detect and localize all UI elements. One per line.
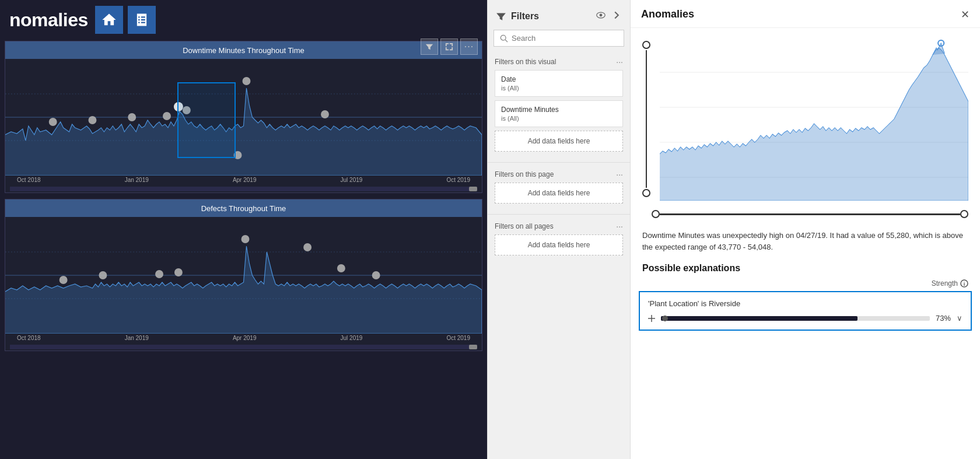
- downtime-chart-svg: [5, 59, 482, 176]
- add-data-page-btn[interactable]: Add data fields here: [495, 183, 623, 204]
- filters-visual-title: Filters on this visual: [495, 58, 556, 66]
- filters-page-more[interactable]: ···: [616, 170, 623, 179]
- more-toolbar-btn[interactable]: ···: [460, 38, 478, 55]
- explanation-percent: 73%: [936, 314, 951, 323]
- chart2-x-label-1: Jan 2019: [125, 335, 149, 341]
- filters-chevron-btn[interactable]: [611, 10, 622, 22]
- svg-point-19: [242, 235, 250, 243]
- chart2-scrollbar[interactable]: [10, 345, 477, 349]
- svg-point-16: [99, 271, 107, 279]
- v-slider-top[interactable]: [642, 41, 650, 49]
- filters-page-title: Filters on this page: [495, 170, 554, 178]
- v-slider-track: [646, 50, 647, 188]
- range-area: [631, 28, 980, 206]
- search-box[interactable]: [494, 30, 624, 47]
- svg-point-5: [128, 113, 136, 121]
- svg-point-20: [303, 243, 312, 251]
- explanation-bar-track[interactable]: [661, 316, 930, 321]
- svg-point-21: [337, 264, 345, 272]
- chart1-x-label-2: Apr 2019: [233, 177, 257, 183]
- filters-all-more[interactable]: ···: [616, 222, 623, 231]
- filters-visual-more[interactable]: ···: [616, 57, 623, 66]
- svg-point-8: [183, 106, 191, 114]
- search-input[interactable]: [512, 34, 618, 43]
- filters-header-icons: [595, 9, 622, 23]
- filters-panel: Filters Filters on this visu: [487, 0, 630, 459]
- chart1-scroll-thumb[interactable]: [469, 187, 477, 191]
- defects-chart-svg: [5, 217, 482, 334]
- bar-marker: [662, 316, 668, 321]
- filter-card-date[interactable]: Date is (All): [495, 70, 623, 97]
- svg-point-15: [60, 276, 68, 284]
- chart2-x-label-4: Oct 2019: [446, 335, 470, 341]
- dashboard-header: nomalies: [0, 0, 487, 40]
- search-icon: [500, 34, 508, 43]
- home-icon: [101, 12, 117, 28]
- eye-icon: [596, 10, 606, 20]
- defects-chart-title-bar: Defects Throughout Time: [5, 199, 482, 217]
- chart-toolbar: ···: [421, 38, 478, 55]
- downtime-chart-container: ··· Downtime Minutes Throughout Time: [5, 41, 482, 193]
- filters-title: Filters: [511, 11, 539, 22]
- svg-point-24: [600, 14, 603, 17]
- svg-point-9: [243, 77, 251, 85]
- anomaly-detail-chart: [660, 37, 968, 201]
- v-slider-bottom[interactable]: [642, 189, 650, 197]
- svg-point-4: [88, 116, 96, 124]
- filters-all-section: Filters on all pages ··· Add data fields…: [488, 217, 630, 264]
- possible-explanations-title: Possible explanations: [631, 261, 980, 279]
- filter-date-title: Date: [501, 75, 617, 83]
- explanation-card: 'Plant Location' is Riverside 73% ∨: [639, 291, 972, 331]
- filters-header: Filters: [488, 0, 630, 30]
- chart2-scroll-thumb[interactable]: [469, 345, 477, 349]
- chart1-x-label-0: Oct 2018: [17, 177, 41, 183]
- h-slider-right[interactable]: [960, 210, 968, 218]
- add-data-all-btn[interactable]: Add data fields here: [495, 234, 623, 255]
- filters-page-section: Filters on this page ··· Add data fields…: [488, 165, 630, 212]
- svg-point-25: [501, 35, 506, 40]
- filter-date-value: is (All): [501, 85, 617, 92]
- filter-card-downtime[interactable]: Downtime Minutes is (All): [495, 100, 623, 127]
- downtime-chart-area[interactable]: [5, 59, 482, 176]
- filters-visual-header: Filters on this visual ···: [495, 57, 623, 66]
- anomalies-panel: Anomalies ✕: [630, 0, 980, 459]
- chevron-right-icon: [612, 11, 621, 19]
- explanation-header-row: Strength i: [631, 279, 980, 291]
- anomalies-title: Anomalies: [641, 8, 694, 20]
- nav-icons: [95, 6, 156, 34]
- factory-icon: [134, 12, 150, 28]
- chart1-scrollbar[interactable]: [10, 187, 477, 191]
- home-nav-button[interactable]: [95, 6, 123, 34]
- filters-all-title: Filters on all pages: [495, 222, 554, 230]
- filter-icon: [496, 11, 506, 22]
- svg-point-6: [163, 112, 171, 120]
- h-slider-track[interactable]: [660, 213, 960, 215]
- svg-point-3: [49, 118, 57, 126]
- filter-toolbar-btn[interactable]: [421, 38, 438, 55]
- factory-nav-button[interactable]: [128, 6, 156, 34]
- svg-point-7: [174, 102, 183, 111]
- anomalies-close-btn[interactable]: ✕: [961, 9, 970, 20]
- strength-info-icon[interactable]: i: [960, 279, 968, 288]
- explanation-text: 'Plant Location' is Riverside: [648, 299, 963, 308]
- svg-point-18: [174, 268, 183, 276]
- h-slider-left[interactable]: [652, 210, 660, 218]
- anomalies-header: Anomalies ✕: [631, 0, 980, 28]
- downtime-chart-box: Downtime Minutes Throughout Time: [5, 41, 482, 193]
- chart1-x-label-4: Oct 2019: [446, 177, 470, 183]
- expand-toolbar-btn[interactable]: [440, 38, 458, 55]
- chart2-x-axis: Oct 2018 Jan 2019 Apr 2019 Jul 2019 Oct …: [5, 334, 482, 344]
- add-data-visual-btn[interactable]: Add data fields here: [495, 131, 623, 152]
- svg-point-11: [234, 151, 242, 159]
- filters-visual-section: Filters on this visual ··· Date is (All)…: [488, 52, 630, 160]
- chart2-x-label-3: Jul 2019: [341, 335, 363, 341]
- chart1-x-label-3: Jul 2019: [341, 177, 363, 183]
- filter-downtime-title: Downtime Minutes: [501, 106, 617, 114]
- explanation-expand-btn[interactable]: ∨: [957, 314, 963, 323]
- svg-line-26: [505, 40, 508, 42]
- defects-chart-title: Defects Throughout Time: [201, 204, 286, 213]
- anomaly-chart-svg: [660, 37, 968, 201]
- filters-eye-btn[interactable]: [595, 9, 607, 23]
- defects-chart-area[interactable]: [5, 217, 482, 334]
- filters-all-header: Filters on all pages ···: [495, 222, 623, 231]
